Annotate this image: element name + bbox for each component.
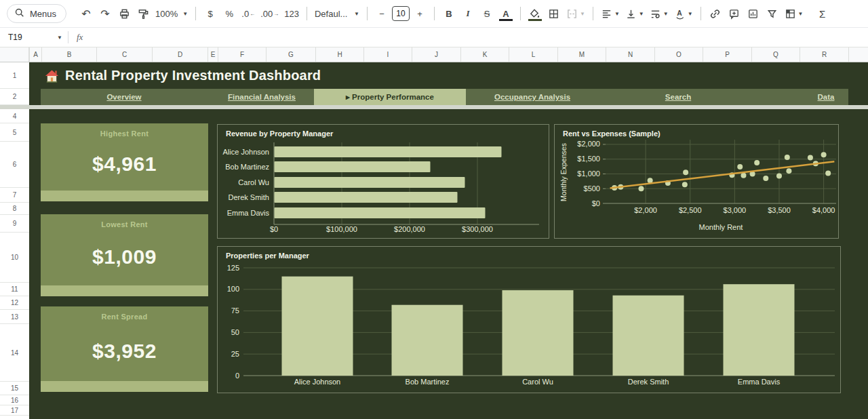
text-wrap-button[interactable]: ▼: [648, 5, 671, 22]
column-header-P[interactable]: P: [703, 47, 751, 62]
divider: [701, 7, 701, 20]
insert-chart-button[interactable]: [745, 5, 762, 22]
fill-color-button[interactable]: [526, 5, 544, 22]
column-header-K[interactable]: K: [460, 47, 509, 62]
row-header-1[interactable]: 1: [0, 62, 29, 89]
formula-bar: T19 ▼ fx: [0, 27, 868, 47]
bar-segment: [275, 161, 431, 172]
text-color-button[interactable]: A: [497, 5, 515, 22]
kpi-body: Rent Spread$3,952: [41, 306, 208, 381]
strikethrough-button[interactable]: S: [478, 5, 496, 22]
row-header-8[interactable]: 8: [0, 203, 29, 215]
row-header-12[interactable]: 12: [0, 296, 29, 310]
row-header-4[interactable]: 4: [0, 109, 29, 123]
undo-button[interactable]: ↶: [77, 5, 95, 22]
italic-button[interactable]: I: [459, 5, 477, 22]
print-icon: [119, 8, 130, 20]
x-tick-label: $300,000: [462, 225, 493, 233]
tab-overview[interactable]: Overview: [106, 89, 141, 105]
row-header-9[interactable]: 9: [0, 215, 29, 233]
row-header-5[interactable]: 5: [0, 123, 29, 142]
column-header-Q[interactable]: Q: [751, 47, 800, 62]
house-icon: [45, 69, 59, 83]
row-header-13[interactable]: 13: [0, 310, 29, 324]
chart-properties-per-manager[interactable]: Properties per Manager0255075100125Alice…: [217, 246, 841, 393]
row-header-16[interactable]: 16: [0, 395, 29, 405]
column-header-N[interactable]: N: [606, 47, 654, 62]
scatter-point: [683, 169, 688, 175]
font-family-select[interactable]: Defaul... ▼: [313, 5, 361, 22]
column-header-G[interactable]: G: [266, 47, 315, 62]
column-header-E[interactable]: E: [208, 47, 218, 62]
increase-decimal-button[interactable]: .00→: [258, 5, 281, 22]
paint-format-button[interactable]: [134, 5, 152, 22]
bold-button[interactable]: B: [440, 5, 458, 22]
select-all-corner[interactable]: [0, 47, 29, 62]
decrease-font-size-button[interactable]: −: [373, 5, 391, 22]
scatter-point: [785, 155, 790, 160]
kpi-card-rent-spread[interactable]: Rent Spread$3,952: [41, 306, 208, 392]
dashboard-tabbar: OverviewFinancial Analysis▸ Property Per…: [41, 89, 848, 105]
more-formats-button[interactable]: 123: [282, 5, 301, 22]
name-box[interactable]: T19 ▼: [0, 28, 68, 47]
horizontal-align-button[interactable]: ▼: [599, 5, 622, 22]
tab-data[interactable]: Data: [818, 89, 835, 105]
pivot-table-icon: [785, 8, 796, 20]
table-views-button[interactable]: ▼: [783, 5, 806, 22]
row-header-6[interactable]: 6: [0, 142, 29, 188]
zoom-select[interactable]: 100% ▼: [153, 5, 190, 22]
merge-cells-button[interactable]: ▼: [564, 5, 587, 22]
column-header-D[interactable]: D: [152, 47, 208, 62]
chart-revenue-by-manager[interactable]: Revenue by Property Manager$0$100,000$20…: [217, 124, 549, 239]
row-header-17[interactable]: 17: [0, 405, 29, 416]
column-header-F[interactable]: F: [218, 47, 266, 62]
kpi-card-lowest-rent[interactable]: Lowest Rent$1,009: [41, 214, 208, 296]
insert-comment-button[interactable]: [726, 5, 743, 22]
tab-occupancy-analysis[interactable]: Occupancy Analysis: [494, 89, 570, 105]
redo-button[interactable]: ↷: [96, 5, 114, 22]
row-gutter: 124567891011121314151617: [0, 62, 29, 419]
y-tick-label: $500: [584, 184, 600, 193]
column-header-J[interactable]: J: [412, 47, 460, 62]
column-header-R[interactable]: R: [800, 47, 848, 62]
column-header-M[interactable]: M: [557, 47, 606, 62]
column-header-L[interactable]: L: [509, 47, 557, 62]
column-header-A[interactable]: A: [29, 47, 41, 62]
vertical-align-button[interactable]: ▼: [623, 5, 646, 22]
kpi-card-highest-rent[interactable]: Highest Rent$4,961: [41, 123, 208, 201]
decrease-decimal-button[interactable]: .0←: [239, 5, 257, 22]
row-header-14[interactable]: 14: [0, 324, 29, 382]
row-header-10[interactable]: 10: [0, 233, 29, 283]
column-header-partial[interactable]: [848, 47, 868, 62]
chart-rent-vs-expenses[interactable]: Rent vs Expenses (Sample)Monthly Expense…: [554, 124, 839, 239]
text-rotation-button[interactable]: A ▼: [672, 5, 695, 22]
column-header-C[interactable]: C: [96, 47, 152, 62]
row-header-7[interactable]: 7: [0, 188, 29, 203]
category-label: Derek Smith: [228, 193, 269, 201]
chevron-down-icon: ▼: [663, 11, 669, 17]
column-header-B[interactable]: B: [41, 47, 96, 62]
insert-link-button[interactable]: [707, 5, 724, 22]
kpi-label: Lowest Rent: [101, 220, 148, 228]
functions-button[interactable]: Σ: [814, 5, 831, 22]
format-currency-button[interactable]: $: [201, 5, 219, 22]
row-header-2[interactable]: 2: [0, 89, 29, 105]
row-header-15[interactable]: 15: [0, 382, 29, 395]
kpi-label: Rent Spread: [101, 313, 147, 321]
column-header-I[interactable]: I: [363, 47, 412, 62]
row-header-11[interactable]: 11: [0, 283, 29, 296]
create-filter-button[interactable]: [764, 5, 781, 22]
tab-financial-analysis[interactable]: Financial Analysis: [228, 89, 296, 105]
format-percent-button[interactable]: %: [220, 5, 238, 22]
increase-font-size-button[interactable]: +: [411, 5, 429, 22]
borders-button[interactable]: [545, 5, 563, 22]
bar-segment: [275, 192, 458, 203]
tab-search[interactable]: Search: [665, 89, 691, 105]
print-button[interactable]: [115, 5, 133, 22]
column-header-O[interactable]: O: [654, 47, 703, 62]
font-size-input[interactable]: 10: [392, 6, 410, 21]
tab-property-performance[interactable]: ▸ Property Performance: [314, 89, 466, 105]
category-label: Alice Johnson: [294, 378, 341, 386]
menus-search[interactable]: Menus: [7, 4, 66, 23]
column-header-H[interactable]: H: [315, 47, 363, 62]
